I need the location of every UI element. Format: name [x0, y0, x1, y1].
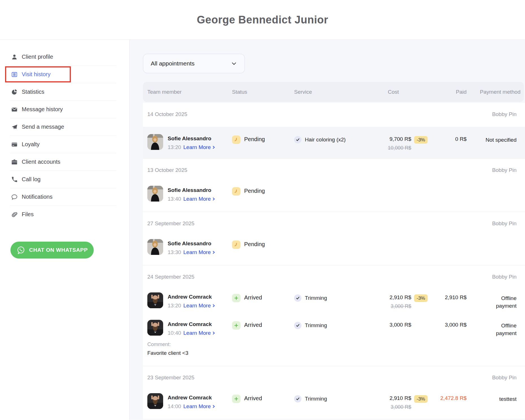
comment-text: Favorite client <3: [147, 350, 525, 356]
team-member-name: Sofie Alessandro: [168, 186, 215, 193]
date-group: 13 October 2025 Bobby Pin Sofie Alessand…: [143, 159, 525, 212]
user-icon: [11, 54, 18, 60]
learn-more-link[interactable]: Learn More: [183, 249, 215, 255]
sidebar-item-message-history[interactable]: Message history: [0, 101, 129, 118]
cost-value: 2,910 R$: [366, 294, 411, 301]
sidebar: Client profile Visit history Statistics …: [0, 40, 130, 420]
status-label: Arrived: [244, 294, 262, 301]
sidebar-item-visit-history[interactable]: Visit history: [0, 66, 129, 83]
pending-clock-icon: [232, 187, 240, 196]
group-date: 14 October 2025: [147, 111, 187, 117]
date-group: 23 September 2025 Bobby Pin Andrew Comra…: [143, 366, 525, 410]
pending-clock-icon: [232, 135, 240, 144]
payment-method-value: Not specified: [485, 136, 517, 151]
sidebar-item-client-accounts[interactable]: Client accounts: [0, 153, 129, 170]
paperclip-icon: [11, 211, 18, 218]
discount-badge: -3%: [414, 294, 428, 302]
team-member-name: Andrew Comrack: [168, 292, 215, 300]
table-row[interactable]: Sofie Alessandro 13:20 Learn More Pendin…: [143, 127, 525, 158]
avatar: [147, 186, 163, 202]
credit-card-icon: [11, 141, 18, 148]
learn-more-link[interactable]: Learn More: [183, 196, 215, 202]
briefcase-icon: [11, 159, 18, 165]
sidebar-item-notifications[interactable]: Notifications: [0, 188, 129, 205]
table-row[interactable]: Andrew Comrack 14:00 Learn More Arrived: [143, 393, 525, 410]
column-header-team-member: Team member: [147, 89, 232, 95]
payment-method-value: Offline payment: [481, 294, 517, 310]
appointments-filter-dropdown[interactable]: All appointments: [143, 54, 245, 73]
paper-plane-icon: [11, 124, 18, 130]
sidebar-item-label: Loyalty: [22, 141, 40, 148]
learn-more-link[interactable]: Learn More: [183, 403, 215, 410]
learn-more-link[interactable]: Learn More: [183, 303, 215, 309]
status-label: Arrived: [244, 395, 262, 402]
old-cost-value: 3,000 R$: [366, 404, 411, 410]
table-row[interactable]: Sofie Alessandro 13:30 Learn More Pendin…: [143, 239, 525, 255]
column-header-service: Service: [294, 89, 366, 95]
sidebar-item-label: Message history: [22, 106, 63, 113]
pie-chart-icon: [11, 89, 18, 95]
avatar: [147, 292, 163, 308]
group-date: 27 September 2025: [147, 220, 194, 227]
arrived-plus-icon: [232, 294, 240, 302]
sidebar-item-loyalty[interactable]: Loyalty: [0, 136, 129, 153]
discount-badge: -3%: [414, 395, 428, 403]
phone-icon: [11, 176, 18, 183]
column-header-status: Status: [232, 89, 294, 95]
chat-on-whatsapp-button[interactable]: CHAT ON WHATSAPP: [10, 242, 94, 259]
team-member-name: Andrew Comrack: [168, 393, 215, 401]
whatsapp-button-label: CHAT ON WHATSAPP: [29, 247, 88, 253]
old-cost-value: 3,000 R$: [366, 303, 411, 309]
table-row[interactable]: Andrew Comrack 13:20 Learn More Arrived: [143, 292, 525, 310]
avatar: [147, 320, 163, 336]
check-icon: [294, 395, 301, 403]
sidebar-item-label: Client accounts: [22, 159, 60, 165]
chevron-right-icon: [212, 331, 215, 335]
main-content: All appointments Team member Status Serv…: [130, 40, 525, 420]
column-header-cost: Cost: [366, 89, 411, 95]
chevron-right-icon: [212, 197, 215, 201]
comment-label: Comment:: [147, 342, 525, 347]
sidebar-item-label: Call log: [22, 176, 41, 183]
group-client: Bobby Pin: [492, 274, 517, 280]
status-label: Pending: [244, 240, 265, 248]
sidebar-nav: Client profile Visit history Statistics …: [0, 40, 129, 223]
column-header-payment-method: Payment method: [473, 89, 524, 95]
payment-method-value: Offline payment: [481, 322, 517, 337]
table-row[interactable]: Andrew Comrack 10:40 Learn More Arrived: [143, 320, 525, 337]
service-label: Trimming: [305, 294, 327, 301]
group-client: Bobby Pin: [492, 111, 517, 117]
discount-badge: -3%: [414, 136, 428, 144]
chevron-right-icon: [212, 250, 215, 254]
service-label: Hair coloring (x2): [305, 136, 346, 143]
sidebar-item-send-a-message[interactable]: Send a message: [0, 118, 129, 135]
sidebar-item-client-profile[interactable]: Client profile: [0, 48, 129, 65]
team-member-name: Sofie Alessandro: [168, 134, 215, 142]
whatsapp-icon: [16, 246, 25, 255]
sidebar-item-files[interactable]: Files: [0, 206, 129, 223]
appointment-time: 13:40: [168, 196, 181, 202]
sidebar-item-label: Client profile: [22, 54, 53, 60]
table-row[interactable]: Sofie Alessandro 13:40 Learn More Pendin…: [143, 186, 525, 202]
paid-value: 3,000 R$: [432, 320, 473, 337]
learn-more-link[interactable]: Learn More: [183, 330, 215, 336]
appointment-time: 13:30: [168, 249, 181, 255]
sidebar-item-statistics[interactable]: Statistics: [0, 83, 129, 100]
arrived-plus-icon: [232, 395, 240, 403]
date-group: 24 September 2025 Bobby Pin Andrew Comra…: [143, 265, 525, 366]
group-date: 13 October 2025: [147, 167, 187, 173]
group-client: Bobby Pin: [492, 375, 517, 381]
sidebar-item-label: Send a message: [22, 124, 64, 130]
appointment-time: 13:20: [168, 144, 181, 150]
team-member-name: Andrew Comrack: [168, 320, 215, 327]
learn-more-link[interactable]: Learn More: [183, 144, 215, 150]
cost-value: 9,700 R$: [366, 136, 411, 142]
pending-clock-icon: [232, 240, 240, 249]
cost-value: 3,000 R$: [366, 322, 411, 328]
appointment-time: 14:00: [168, 403, 181, 410]
speech-bubble-icon: [11, 194, 18, 200]
sidebar-item-call-log[interactable]: Call log: [0, 171, 129, 188]
check-icon: [294, 294, 301, 302]
comment-block: Comment: Favorite client <3: [147, 342, 525, 356]
old-cost-value: 10,000 R$: [366, 145, 411, 151]
